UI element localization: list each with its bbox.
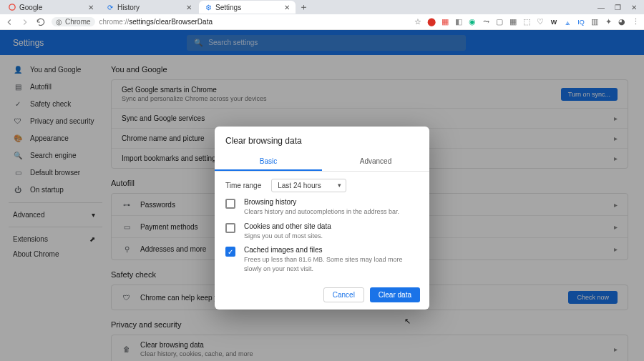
- history-favicon: ⟳: [107, 4, 114, 11]
- forward-button[interactable]: [20, 17, 30, 27]
- option-title: Cached images and files: [244, 246, 419, 254]
- back-button[interactable]: [4, 17, 14, 27]
- settings-favicon: ⚙: [205, 4, 212, 11]
- extension-icons: ⬤ ▦ ◧ ◉ ⤳ ▢ ▦ ⬚ ♡ W ⟁ IQ ▥ ✦ ◕ ⋮: [427, 18, 640, 26]
- tab-advanced[interactable]: Advanced: [322, 153, 429, 171]
- maximize-button[interactable]: ❐: [615, 4, 621, 11]
- url-text: chrome://settings/clearBrowserData: [99, 18, 213, 26]
- tab-settings[interactable]: ⚙ Settings ✕: [199, 1, 296, 14]
- close-icon[interactable]: ✕: [88, 4, 94, 11]
- chip-label: Chrome: [65, 18, 91, 26]
- cancel-button[interactable]: Cancel: [323, 287, 364, 302]
- option-title: Browsing history: [244, 198, 399, 206]
- ext-icon[interactable]: IQ: [577, 18, 585, 26]
- checkbox-checked[interactable]: ✓: [225, 247, 235, 257]
- time-range-label: Time range: [225, 182, 261, 189]
- chrome-icon: ◎: [56, 18, 62, 26]
- ext-icon[interactable]: ♡: [536, 18, 545, 26]
- tab-google[interactable]: Google ✕: [3, 1, 99, 14]
- address-bar: ◎ Chrome chrome://settings/clearBrowserD…: [0, 14, 644, 30]
- time-range-dropdown[interactable]: Last 24 hours: [271, 179, 346, 192]
- browser-tab-strip: Google ✕ ⟳ History ✕ ⚙ Settings ✕ ＋ — ❐ …: [0, 0, 644, 14]
- star-icon[interactable]: ☆: [414, 17, 421, 26]
- ext-icon[interactable]: ▦: [441, 18, 449, 26]
- option-desc: Signs you out of most sites.: [244, 232, 331, 241]
- checkbox[interactable]: [225, 199, 235, 209]
- ext-icon[interactable]: ▥: [590, 18, 599, 26]
- ext-icon[interactable]: W: [550, 18, 558, 26]
- profile-icon[interactable]: ◕: [618, 18, 626, 26]
- omnibox[interactable]: ◎ Chrome chrome://settings/clearBrowserD…: [52, 17, 409, 26]
- tab-basic[interactable]: Basic: [215, 153, 322, 171]
- option-cached[interactable]: ✓ Cached images and files Frees up less …: [215, 240, 429, 273]
- ext-icon[interactable]: ▦: [509, 18, 517, 26]
- ext-icon[interactable]: ⤳: [482, 18, 490, 26]
- dialog-title: Clear browsing data: [215, 127, 429, 153]
- new-tab-button[interactable]: ＋: [297, 1, 310, 14]
- tab-label: Google: [19, 4, 84, 11]
- ext-icon[interactable]: ◧: [454, 18, 463, 26]
- option-browsing-history[interactable]: Browsing history Clears history and auto…: [215, 192, 429, 217]
- tab-label: History: [117, 4, 182, 11]
- menu-icon[interactable]: ⋮: [631, 18, 640, 26]
- close-icon[interactable]: ✕: [186, 4, 192, 11]
- dialog-tabs: Basic Advanced: [215, 153, 429, 172]
- ext-icon[interactable]: ▢: [495, 18, 504, 26]
- option-desc: Frees up less than 81.6 MB. Some sites m…: [244, 255, 419, 273]
- tab-label: Settings: [215, 4, 280, 11]
- ext-icon[interactable]: ◉: [468, 18, 477, 26]
- svg-point-0: [9, 4, 15, 10]
- reload-button[interactable]: [36, 17, 46, 27]
- checkbox[interactable]: [225, 223, 235, 233]
- ext-icon[interactable]: ⟁: [563, 18, 572, 26]
- window-close-button[interactable]: ✕: [631, 4, 637, 11]
- option-title: Cookies and other site data: [244, 222, 331, 230]
- ext-icon[interactable]: ⬚: [522, 18, 531, 26]
- close-icon[interactable]: ✕: [284, 4, 290, 11]
- mouse-cursor: ↖: [404, 317, 411, 326]
- option-cookies[interactable]: Cookies and other site data Signs you ou…: [215, 217, 429, 241]
- google-favicon: [9, 4, 16, 11]
- extensions-icon[interactable]: ✦: [604, 18, 613, 26]
- option-desc: Clears history and autocompletions in th…: [244, 207, 399, 217]
- tab-history[interactable]: ⟳ History ✕: [101, 1, 197, 14]
- ext-icon[interactable]: ⬤: [427, 18, 436, 26]
- clear-data-button[interactable]: Clear data: [370, 287, 420, 302]
- minimize-button[interactable]: —: [597, 4, 605, 11]
- clear-browsing-data-dialog: Clear browsing data Basic Advanced Time …: [215, 127, 429, 310]
- security-chip: ◎ Chrome: [52, 17, 95, 26]
